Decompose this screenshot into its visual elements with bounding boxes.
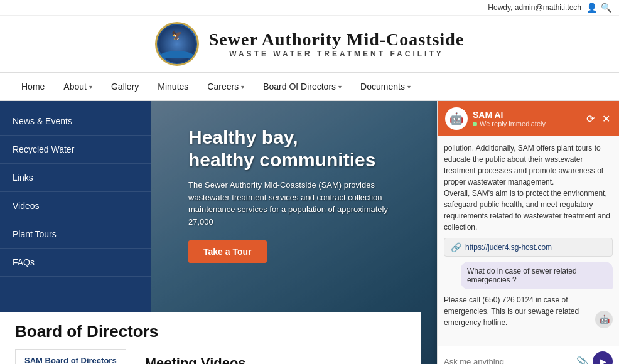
sidebar-item-plant-tours[interactable]: Plant Tours xyxy=(0,220,151,249)
chat-message-bot-1: pollution. Additionally, SAM offers plan… xyxy=(444,142,613,233)
close-button[interactable]: ✕ xyxy=(601,112,611,126)
nav-home[interactable]: Home xyxy=(13,73,53,100)
send-button[interactable]: ▶ xyxy=(593,351,613,364)
hotline-link[interactable]: hotline. xyxy=(483,318,508,327)
site-logo: 🦅 xyxy=(155,22,199,66)
sidebar-item-recycled-water[interactable]: Recycled Water xyxy=(0,136,151,164)
hero-title: Healthy bay,healthy communities xyxy=(188,126,408,171)
nav-minutes[interactable]: Minutes xyxy=(149,73,197,100)
board-card[interactable]: SAM Board of Directors Directors xyxy=(15,349,126,364)
chat-input-area: 📎 ▶ xyxy=(438,346,619,364)
nav-gallery[interactable]: Gallery xyxy=(102,73,148,100)
chat-name: SAM AI xyxy=(473,110,580,120)
site-title: Sewer Authority Mid-Coastside xyxy=(209,29,464,50)
top-bar: Howdy, admin@mathiti.tech 👤 🔍 xyxy=(0,0,619,16)
chat-message-user: What do in case of sewer related emergen… xyxy=(461,262,613,289)
site-subtitle: WASTE WATER TREATMENT FACILITY xyxy=(209,50,464,58)
chat-widget: 🤖 SAM AI We reply immediately ⟳ ✕ pollut… xyxy=(437,101,619,364)
link-icon: 🔗 xyxy=(451,242,461,252)
hero-content: Healthy bay,healthy communities The Sewe… xyxy=(188,126,408,263)
sidebar-item-faqs[interactable]: FAQs xyxy=(0,249,151,277)
bottom-cards: SAM Board of Directors Directors Meeting… xyxy=(15,349,406,364)
nav-board-of-directors[interactable]: Board Of Directors ▾ xyxy=(254,73,350,100)
search-icon[interactable]: 🔍 xyxy=(601,3,611,13)
attach-button[interactable]: 📎 xyxy=(576,356,589,365)
sidebar-item-links[interactable]: Links xyxy=(0,164,151,192)
sidebar-item-videos[interactable]: Videos xyxy=(0,192,151,220)
board-card-title: SAM Board of Directors xyxy=(24,356,117,364)
bottom-section: Board of Directors SAM Board of Director… xyxy=(0,312,421,364)
chat-header-info: SAM AI We reply immediately xyxy=(473,110,580,127)
nav-about[interactable]: About ▾ xyxy=(55,73,101,100)
sidebar-item-news-events[interactable]: News & Events xyxy=(0,107,151,136)
bot-avatar: 🤖 xyxy=(595,311,613,328)
chat-avatar: 🤖 xyxy=(445,107,468,130)
board-of-directors-title: Board of Directors xyxy=(15,322,406,341)
user-icon[interactable]: 👤 xyxy=(586,3,597,13)
chat-header-icons: ⟳ ✕ xyxy=(585,112,611,126)
meeting-videos-title: Meeting Videos xyxy=(136,349,255,364)
howdy-text: Howdy, admin@mathiti.tech xyxy=(488,3,581,12)
refresh-button[interactable]: ⟳ xyxy=(585,112,596,126)
top-bar-icons: 👤 🔍 xyxy=(586,3,611,13)
site-header: 🦅 Sewer Authority Mid-Coastside WASTE WA… xyxy=(0,16,619,73)
chat-message-link[interactable]: 🔗 https://juder4.sg-host.com xyxy=(444,238,613,257)
hero-description: The Sewer Authority Mid-Coastside (SAM) … xyxy=(188,179,408,228)
careers-arrow: ▾ xyxy=(241,83,244,90)
chat-input[interactable] xyxy=(444,357,573,365)
board-arrow: ▾ xyxy=(338,83,342,90)
documents-arrow: ▾ xyxy=(407,83,411,90)
main-content: News & Events Recycled Water Links Video… xyxy=(0,101,619,364)
nav-careers[interactable]: Careers ▾ xyxy=(198,73,253,100)
nav-documents[interactable]: Documents ▾ xyxy=(352,73,419,100)
about-arrow: ▾ xyxy=(89,83,92,90)
chat-messages: pollution. Additionally, SAM offers plan… xyxy=(438,136,619,346)
status-dot xyxy=(473,122,477,126)
chat-message-bot-2: Please call (650) 726 0124 in case of em… xyxy=(444,294,613,328)
chat-status: We reply immediately xyxy=(473,120,580,127)
take-tour-button[interactable]: Take a Tour xyxy=(188,240,267,263)
site-title-block: Sewer Authority Mid-Coastside WASTE WATE… xyxy=(209,29,464,58)
chat-header: 🤖 SAM AI We reply immediately ⟳ ✕ xyxy=(438,101,619,136)
nav-bar: Home About ▾ Gallery Minutes Careers ▾ B… xyxy=(0,73,619,101)
